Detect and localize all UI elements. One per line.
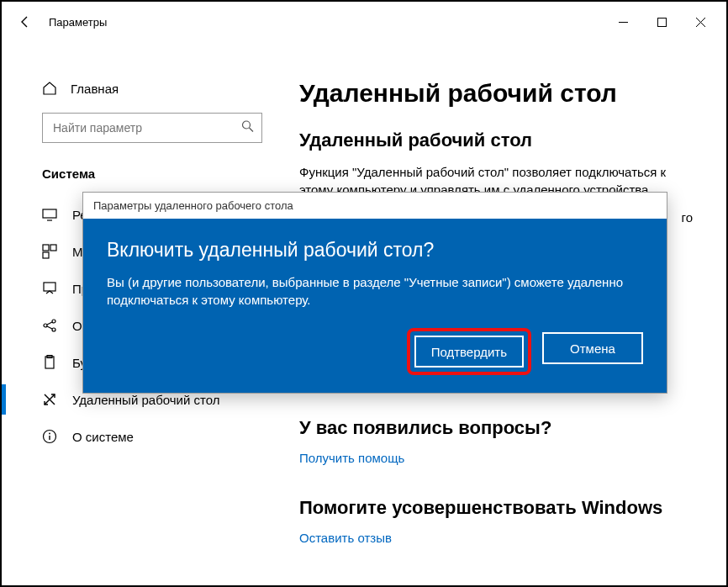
dialog-heading: Включить удаленный рабочий стол? [107, 239, 643, 262]
remote-icon [42, 392, 57, 407]
svg-point-22 [49, 433, 50, 435]
svg-point-12 [44, 324, 47, 327]
home-icon [42, 81, 57, 96]
close-icon [696, 18, 705, 27]
sidebar-home-label: Главная [71, 82, 119, 96]
sidebar-item-about[interactable]: О системе [42, 418, 262, 455]
window-title: Параметры [49, 16, 107, 29]
maximize-button[interactable] [642, 8, 681, 35]
sidebar-item-label: Удаленный рабочий стол [72, 393, 219, 407]
sidebar-item-label: М [72, 245, 83, 259]
sidebar-home[interactable]: Главная [42, 81, 262, 96]
section-heading: Удаленный рабочий стол [299, 130, 693, 151]
svg-point-13 [52, 320, 55, 323]
minimize-icon [619, 18, 628, 27]
confirm-button[interactable]: Подтвердить [414, 336, 524, 368]
monitor-icon [42, 207, 57, 222]
dialog-titlebar: Параметры удаленного рабочего стола [83, 193, 667, 219]
close-button[interactable] [681, 8, 720, 35]
svg-rect-10 [43, 252, 49, 258]
confirm-dialog: Параметры удаленного рабочего стола Вклю… [82, 192, 667, 394]
svg-point-14 [52, 328, 55, 331]
search-input[interactable] [42, 113, 262, 143]
sidebar-section-header: Система [42, 167, 262, 181]
page-title: Удаленный рабочий стол [299, 79, 693, 108]
cancel-button[interactable]: Отмена [542, 332, 643, 364]
maximize-icon [657, 18, 667, 27]
search-icon [241, 120, 254, 136]
tablet-icon [42, 244, 57, 259]
arrow-left-icon [18, 15, 32, 29]
svg-line-5 [250, 128, 254, 132]
svg-rect-1 [657, 18, 666, 26]
share-icon [42, 318, 57, 333]
confirm-highlight: Подтвердить [411, 332, 527, 371]
window-titlebar: Параметры [2, 2, 726, 42]
svg-rect-9 [50, 245, 56, 251]
dialog-message: Вы (и другие пользователи, выбранные в р… [107, 273, 643, 309]
svg-rect-17 [45, 357, 54, 368]
improve-heading: Помогите усовершенствовать Windows [299, 497, 693, 519]
sidebar-item-label: О системе [72, 430, 134, 444]
minimize-button[interactable] [604, 8, 642, 35]
svg-rect-6 [43, 209, 56, 218]
apps-icon [42, 281, 57, 296]
svg-rect-11 [44, 283, 55, 291]
svg-point-4 [243, 121, 251, 129]
clipboard-icon [42, 355, 57, 370]
faq-heading: У вас появились вопросы? [299, 417, 693, 439]
info-icon [42, 429, 57, 444]
help-link[interactable]: Получить помощь [299, 451, 404, 465]
svg-rect-8 [43, 245, 49, 251]
sidebar-item-label: О [72, 319, 82, 333]
search-field[interactable] [42, 113, 262, 143]
svg-line-15 [47, 322, 52, 325]
svg-line-16 [47, 326, 52, 329]
feedback-link[interactable]: Оставить отзыв [299, 531, 392, 545]
back-button[interactable] [8, 5, 42, 39]
